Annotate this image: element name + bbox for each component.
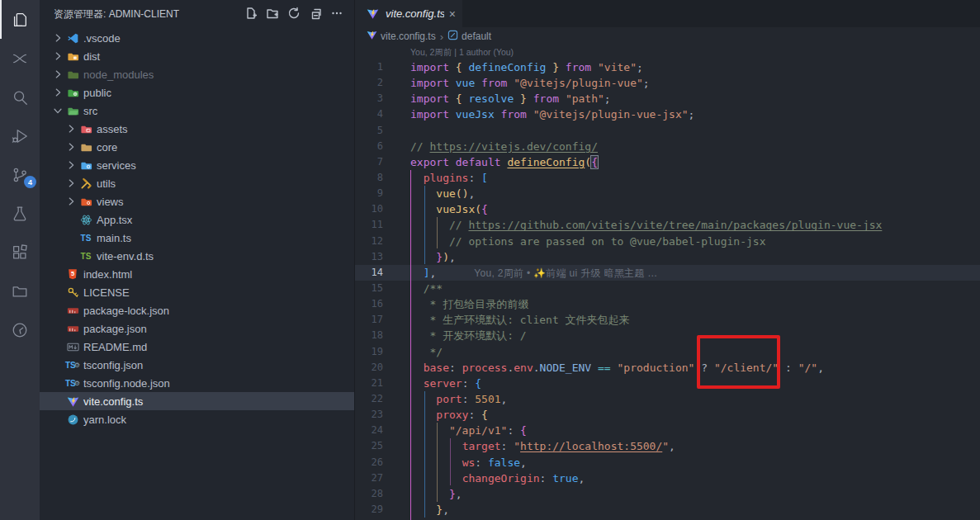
code-line-21[interactable]: 21 server: {: [355, 376, 980, 391]
code-line-15[interactable]: 15 /**: [355, 281, 980, 296]
tree-item-.vscode[interactable]: .vscode: [40, 29, 354, 47]
code-line-22[interactable]: 22 port: 5501,: [355, 391, 980, 407]
refresh-button[interactable]: [285, 6, 303, 24]
folder-node-icon: [64, 68, 81, 81]
activity-vs-logo[interactable]: [0, 39, 40, 78]
chevron-right-icon[interactable]: [51, 86, 64, 99]
tree-item-node_modules[interactable]: node_modules: [40, 65, 354, 83]
tree-item-vite-env.d.ts[interactable]: TSvite-env.d.ts: [40, 247, 354, 265]
code-line-26[interactable]: 26 ws: false,: [355, 455, 980, 470]
activity-clock[interactable]: [0, 310, 40, 349]
new-folder-button[interactable]: [263, 6, 282, 24]
more-button[interactable]: [328, 6, 346, 24]
code-line-12[interactable]: 12 // options are passed on to @vue/babe…: [355, 234, 980, 249]
chevron-spacer: [51, 267, 64, 281]
code-line-18[interactable]: 18 * 开发环境默认: /: [355, 328, 980, 343]
code-editor[interactable]: You, 2周前 | 1 author (You) 1import { defi…: [355, 45, 980, 520]
code-line-16[interactable]: 16 * 打包给目录的前缀: [355, 296, 980, 312]
code-line-2[interactable]: 2import vue from "@vitejs/plugin-vue";: [355, 75, 980, 91]
code-line-23[interactable]: 23 proxy: {: [355, 407, 980, 423]
tree-item-services[interactable]: services: [40, 156, 354, 174]
activity-testing[interactable]: [0, 194, 40, 233]
code-line-8[interactable]: 8 plugins: [: [355, 170, 980, 186]
folder-core-icon: [78, 140, 94, 154]
line-number: 28: [355, 486, 395, 502]
codelens-blame[interactable]: You, 2周前 | 1 author (You): [355, 45, 980, 59]
tree-item-label: node_modules: [83, 69, 154, 81]
tree-item-utils[interactable]: utils: [40, 174, 354, 192]
close-tab-icon[interactable]: ×: [449, 8, 456, 20]
license-icon: [64, 286, 81, 299]
tab-bar: vite.config.ts ×: [355, 0, 980, 27]
tree-item-main.ts[interactable]: TSmain.ts: [40, 229, 354, 247]
code-line-25[interactable]: 25 target: "http://localhost:5500/",: [355, 438, 980, 454]
code-line-4[interactable]: 4import vueJsx from "@vitejs/plugin-vue-…: [355, 106, 980, 122]
new-file-button[interactable]: [242, 6, 260, 24]
chevron-spacer: [51, 286, 64, 299]
chevron-right-icon[interactable]: [64, 140, 78, 154]
code-line-20[interactable]: 20 base: process.env.NODE_ENV == "produc…: [355, 360, 980, 376]
tree-item-yarn.lock[interactable]: yarn.lock: [40, 410, 354, 428]
code-line-3[interactable]: 3import { resolve } from "path";: [355, 91, 980, 106]
code-line-14[interactable]: 14 ],You, 2周前 • ✨前端 ui 升级 暗黑主题 …: [355, 265, 980, 281]
npm-icon: [64, 322, 81, 335]
code-line-1[interactable]: 1import { defineConfig } from "vite";: [355, 59, 980, 75]
tree-item-src[interactable]: src: [40, 102, 354, 120]
chevron-right-icon[interactable]: [51, 50, 64, 63]
code-line-19[interactable]: 19 */: [355, 344, 980, 360]
activity-source-control[interactable]: 4: [0, 155, 40, 194]
activity-extensions[interactable]: [0, 233, 40, 272]
chevron-right-icon[interactable]: [51, 31, 64, 45]
breadcrumb-symbol[interactable]: default: [447, 30, 491, 43]
code-line-11[interactable]: 11 // https://github.com/vitejs/vite/tre…: [355, 217, 980, 233]
code-line-13[interactable]: 13 }),: [355, 249, 980, 265]
tree-item-assets[interactable]: assets: [40, 120, 354, 138]
ts-green-icon: TS: [78, 249, 94, 262]
tree-item-index.html[interactable]: 5index.html: [40, 265, 354, 283]
tree-item-core[interactable]: core: [40, 138, 354, 156]
chevron-right-icon[interactable]: [64, 177, 78, 190]
line-number: 25: [355, 438, 395, 454]
folder-src-icon: [64, 104, 81, 117]
tree-item-package-lock.json[interactable]: package-lock.json: [40, 301, 354, 319]
tree-item-views[interactable]: views: [40, 192, 354, 210]
collapse-all-button[interactable]: [306, 6, 324, 24]
folder-public-icon: [64, 86, 81, 99]
tree-item-label: public: [83, 87, 111, 99]
activity-explorer[interactable]: [0, 0, 40, 39]
tree-item-vite.config.ts[interactable]: vite.config.ts: [40, 392, 354, 410]
code-line-5[interactable]: 5: [355, 123, 980, 139]
chevron-right-icon[interactable]: [64, 195, 78, 208]
code-line-7[interactable]: 7export default defineConfig({: [355, 154, 980, 170]
tab-vite-config[interactable]: vite.config.ts ×: [355, 0, 462, 27]
code-line-27[interactable]: 27 changeOrigin: true,: [355, 470, 980, 486]
code-line-9[interactable]: 9 vue(),: [355, 186, 980, 201]
chevron-right-icon[interactable]: [64, 122, 78, 135]
breadcrumb-file[interactable]: vite.config.ts: [367, 30, 436, 43]
chevron-spacer: [64, 231, 78, 244]
ts-blue-icon: TS: [78, 231, 94, 244]
activity-run-debug[interactable]: [0, 116, 40, 155]
tree-item-App.tsx[interactable]: App.tsx: [40, 210, 354, 229]
react-icon: [78, 213, 94, 226]
activity-project-folder[interactable]: [0, 272, 40, 310]
tree-item-LICENSE[interactable]: LICENSE: [40, 283, 354, 301]
tree-item-tsconfig.node.json[interactable]: TS⚙tsconfig.node.json: [40, 374, 354, 392]
tree-item-tsconfig.json[interactable]: TS⚙tsconfig.json: [40, 356, 354, 374]
line-number: 12: [355, 234, 395, 249]
activity-search[interactable]: [0, 78, 40, 116]
chevron-right-icon[interactable]: [64, 158, 78, 172]
chevron-right-icon[interactable]: [51, 68, 64, 81]
code-line-28[interactable]: 28 },: [355, 486, 980, 502]
tree-item-README.md[interactable]: README.md: [40, 338, 354, 356]
tree-item-public[interactable]: public: [40, 83, 354, 102]
chevron-down-icon[interactable]: [51, 104, 64, 117]
code-line-6[interactable]: 6// https://vitejs.dev/config/: [355, 139, 980, 154]
code-line-29[interactable]: 29 },: [355, 502, 980, 518]
code-line-17[interactable]: 17 * 生产环境默认: client 文件夹包起来: [355, 312, 980, 328]
line-number: 2: [355, 75, 395, 91]
code-line-10[interactable]: 10 vueJsx({: [355, 201, 980, 217]
code-line-24[interactable]: 24 "/api/v1": {: [355, 423, 980, 438]
tree-item-dist[interactable]: dist: [40, 47, 354, 65]
tree-item-package.json[interactable]: package.json: [40, 319, 354, 338]
